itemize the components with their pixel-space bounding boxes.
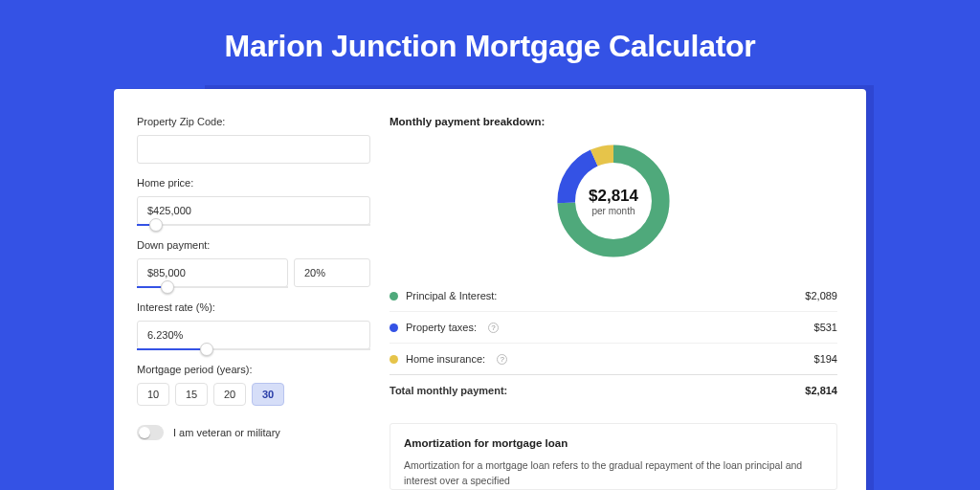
- slider-knob[interactable]: [149, 218, 163, 232]
- veteran-row: I am veteran or military: [137, 425, 370, 440]
- home-price-label: Home price:: [137, 177, 370, 189]
- amortization-section: Amortization for mortgage loan Amortizat…: [390, 423, 837, 490]
- legend-value: $2,089: [805, 290, 837, 301]
- amortization-title: Amortization for mortgage loan: [404, 437, 823, 449]
- yellow-dot-icon: [390, 355, 398, 364]
- down-payment-slider[interactable]: [137, 286, 288, 288]
- info-icon[interactable]: ?: [497, 354, 507, 365]
- slider-knob[interactable]: [200, 343, 213, 356]
- legend-value: $194: [814, 353, 837, 365]
- period-btn-15[interactable]: 15: [175, 383, 208, 406]
- legend-value: $531: [814, 322, 837, 333]
- down-payment-percent-input[interactable]: [294, 258, 370, 287]
- veteran-toggle[interactable]: [137, 425, 164, 440]
- calculator-card: Property Zip Code: Home price: Down paym…: [114, 89, 866, 490]
- legend: Principal & Interest:$2,089Property taxe…: [390, 280, 837, 374]
- info-icon[interactable]: ?: [488, 323, 499, 333]
- donut-sub: per month: [591, 206, 635, 216]
- legend-row: Principal & Interest:$2,089: [390, 280, 837, 311]
- legend-label: Principal & Interest:: [406, 290, 497, 301]
- green-dot-icon: [390, 292, 398, 301]
- zip-group: Property Zip Code:: [137, 116, 370, 164]
- page-title: Marion Junction Mortgage Calculator: [0, 0, 980, 89]
- blue-dot-icon: [390, 323, 398, 332]
- period-btn-20[interactable]: 20: [213, 383, 246, 406]
- zip-label: Property Zip Code:: [137, 116, 370, 127]
- period-btn-10[interactable]: 10: [137, 383, 169, 406]
- legend-label: Property taxes:: [406, 322, 477, 333]
- interest-group: Interest rate (%):: [137, 301, 370, 350]
- home-price-group: Home price:: [137, 177, 370, 226]
- down-payment-group: Down payment:: [137, 239, 370, 288]
- home-price-slider[interactable]: [137, 224, 370, 226]
- donut-chart: $2,814 per month: [390, 139, 837, 263]
- down-payment-label: Down payment:: [137, 239, 370, 251]
- home-price-input[interactable]: [137, 196, 370, 225]
- interest-input[interactable]: [137, 321, 370, 349]
- period-btn-30[interactable]: 30: [252, 383, 284, 406]
- legend-row: Property taxes:?$531: [390, 311, 837, 343]
- total-value: $2,814: [805, 385, 837, 396]
- total-label: Total monthly payment:: [390, 385, 507, 396]
- amortization-text: Amortization for a mortgage loan refers …: [404, 458, 823, 489]
- zip-input[interactable]: [137, 135, 370, 164]
- veteran-label: I am veteran or military: [173, 427, 280, 438]
- legend-row: Home insurance:?$194: [390, 343, 837, 374]
- slider-knob[interactable]: [161, 280, 174, 294]
- total-row: Total monthly payment: $2,814: [390, 374, 837, 406]
- breakdown-title: Monthly payment breakdown:: [390, 116, 837, 127]
- interest-slider[interactable]: [137, 348, 370, 350]
- period-group: Mortgage period (years): 10152030: [137, 364, 370, 406]
- interest-label: Interest rate (%):: [137, 301, 370, 313]
- period-label: Mortgage period (years):: [137, 364, 370, 375]
- legend-label: Home insurance:: [406, 353, 485, 365]
- inputs-column: Property Zip Code: Home price: Down paym…: [137, 116, 370, 490]
- period-buttons: 10152030: [137, 383, 370, 406]
- down-payment-amount-input[interactable]: [137, 258, 288, 287]
- breakdown-column: Monthly payment breakdown: $2,814 per mo…: [390, 116, 837, 490]
- donut-value: $2,814: [589, 187, 638, 206]
